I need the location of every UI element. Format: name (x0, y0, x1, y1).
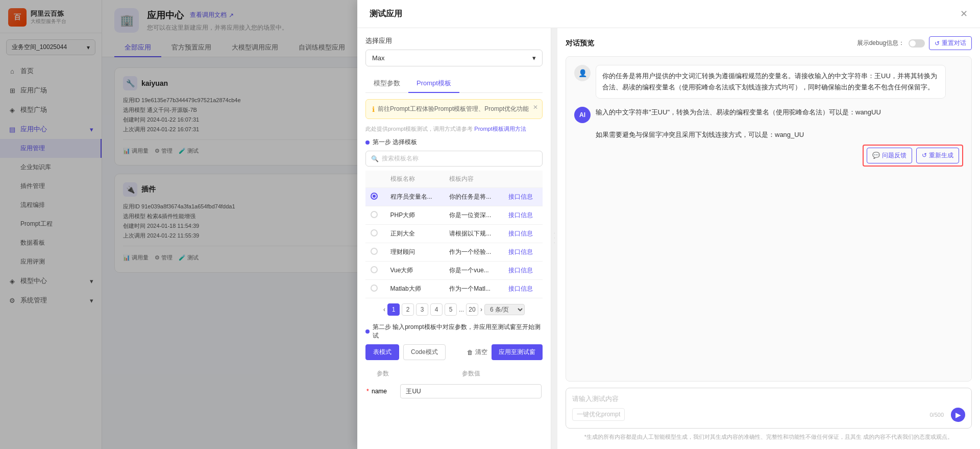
modal-close-button[interactable]: ✕ (960, 8, 968, 19)
required-star: * (366, 388, 369, 395)
user-message-bubble: 你的任务是将用户提供的中文词汇转换为遵循编程规范的变量名。请接收输入的中文字符串… (596, 65, 946, 99)
debug-toggle[interactable] (909, 39, 925, 48)
next-page-icon[interactable]: › (480, 306, 482, 313)
disclaimer-text: *生成的所有内容都是由人工智能模型生成，我们对其生成内容的准确性、完整性和功能性… (566, 433, 972, 441)
pagination: ‹ 1 2 3 4 5 ... 20 › 6 条/页 10 条/页 20 条/页 (365, 303, 543, 316)
clear-params-btn[interactable]: 🗑 清空 (467, 344, 487, 360)
chat-input-area: 请输入测试内容 一键优化prompt 0/500 ▶ (566, 388, 972, 429)
radio-cell-5 (365, 262, 385, 280)
warning-icon: ℹ (372, 105, 375, 113)
col-content: 模板内容 (444, 171, 503, 188)
prev-page-icon[interactable]: ‹ (383, 306, 385, 313)
apply-to-test-btn[interactable]: 应用至测试窗 (492, 344, 543, 360)
modal-tab-model-params[interactable]: 模型参数 (365, 75, 408, 93)
template-radio-6[interactable] (371, 285, 378, 292)
modal-tab-prompt-template[interactable]: Prompt模板 (408, 75, 459, 93)
char-count: 0/500 (929, 412, 944, 418)
template-radio-4[interactable] (371, 248, 378, 255)
page-btn-5[interactable]: 5 (445, 303, 457, 316)
optimize-prompt-btn[interactable]: 一键优化prompt (572, 408, 625, 421)
template-search-row: 🔍 搜索模板名称 (365, 151, 543, 167)
table-row[interactable]: 程序员变量名... 你的任务是将... 接口信息 (365, 188, 543, 206)
template-name-1: 程序员变量名... (385, 188, 445, 206)
reset-dialog-btn[interactable]: ↺ 重置对话 (929, 36, 972, 50)
regenerate-btn[interactable]: ↺ 重新生成 (916, 148, 959, 163)
table-row[interactable]: Vue大师 你是一个vue... 接口信息 (365, 262, 543, 280)
divider-dots: · · · (552, 232, 557, 245)
page-btn-20[interactable]: 20 (466, 303, 478, 316)
table-row[interactable]: 正则大全 请根据以下规... 接口信息 (365, 225, 543, 243)
app-selector-dropdown[interactable]: Max ▾ (365, 50, 543, 66)
chat-actions-box: 💬 问题反馈 ↺ 重新生成 (863, 145, 963, 166)
template-table: 模板名称 模板内容 程序员变量名... 你的任务是将... 接口信息 (365, 171, 543, 298)
col-radio (365, 171, 385, 188)
feedback-btn[interactable]: 💬 问题反馈 (867, 148, 912, 163)
table-row[interactable]: Matlab大师 作为一个Matl... 接口信息 (365, 280, 543, 298)
page-ellipsis: ... (459, 306, 464, 313)
page-btn-4[interactable]: 4 (430, 303, 443, 316)
template-name-4: 理财顾问 (385, 243, 445, 262)
template-radio-3[interactable] (371, 229, 378, 237)
param-value-cell (400, 381, 542, 401)
debug-label: 展示debug信息： (857, 39, 904, 48)
template-radio-1[interactable] (371, 193, 378, 200)
col-name: 模板名称 (385, 171, 445, 188)
send-button[interactable]: ▶ (951, 408, 965, 422)
app-selector-chevron-icon: ▾ (532, 54, 536, 62)
disclaimer-content: *生成的所有内容都是由人工智能模型生成，我们对其生成内容的准确性、完整性和功能性… (584, 434, 953, 440)
chat-actions-row: 💬 问题反馈 ↺ 重新生成 (596, 145, 963, 166)
template-radio-5[interactable] (371, 266, 378, 273)
page-size-selector[interactable]: 6 条/页 10 条/页 20 条/页 (484, 304, 525, 315)
preview-header: 对话预览 展示debug信息： ↺ 重置对话 (566, 36, 972, 50)
interface-link-5[interactable]: 接口信息 (508, 267, 533, 274)
search-icon: 🔍 (371, 155, 379, 162)
table-row[interactable]: PHP大师 你是一位资深... 接口信息 (365, 206, 543, 225)
template-radio-2[interactable] (371, 211, 378, 218)
template-content-3: 请根据以下规... (444, 225, 503, 243)
interface-link-3[interactable]: 接口信息 (508, 230, 533, 237)
template-content-4: 作为一个经验... (444, 243, 503, 262)
interface-link-6[interactable]: 接口信息 (508, 285, 533, 292)
template-name-2: PHP大师 (385, 206, 445, 225)
radio-cell-4 (365, 243, 385, 262)
step2-text: 第二步 输入prompt模板中对应参数，并应用至测试窗至开始测试 (373, 323, 543, 340)
table-row[interactable]: 理财顾问 作为一个经验... 接口信息 (365, 243, 543, 262)
template-content-6: 作为一个Matl... (444, 280, 503, 298)
template-link-5: 接口信息 (503, 262, 543, 280)
table-mode-btn[interactable]: 表模式 (365, 344, 399, 360)
reset-label: 重置对话 (942, 39, 966, 48)
interface-link-4[interactable]: 接口信息 (508, 248, 533, 255)
chat-input-footer: 一键优化prompt 0/500 ▶ (572, 408, 965, 422)
param-name-input[interactable] (400, 384, 542, 398)
code-mode-btn[interactable]: Code模式 (403, 344, 446, 360)
radio-cell-2 (365, 206, 385, 225)
feedback-icon: 💬 (872, 150, 880, 160)
step2-label: 第二步 输入prompt模板中对应参数，并应用至测试窗至开始测试 (365, 323, 543, 340)
interface-link-2[interactable]: 接口信息 (508, 211, 533, 219)
step2-mode-row: 表模式 Code模式 🗑 清空 应用至测试窗 (365, 344, 543, 360)
test-modal-header: 测试应用 ✕ (357, 0, 980, 28)
preview-title: 对话预览 (566, 39, 594, 48)
clear-icon: 🗑 (467, 349, 473, 356)
step2-dot (365, 329, 370, 334)
page-btn-1[interactable]: 1 (387, 303, 400, 316)
ai-avatar: AI (574, 107, 591, 123)
param-name-cell: * name (366, 381, 399, 401)
page-btn-2[interactable]: 2 (402, 303, 414, 316)
template-table-header: 模板名称 模板内容 (365, 171, 543, 188)
info-banner-close-button[interactable]: ✕ (533, 104, 538, 111)
param-row-name: * name (366, 381, 542, 401)
info-banner-text: 前往Prompt工程体验Prompt模板管理、Prompt优化功能 (378, 105, 529, 112)
regenerate-icon: ↺ (922, 150, 927, 160)
info-banner: ℹ 前往Prompt工程体验Prompt模板管理、Prompt优化功能 ✕ (365, 99, 543, 119)
interface-link-1[interactable]: 接口信息 (508, 193, 533, 200)
user-message-text: 你的任务是将用户提供的中文词汇转换为遵循编程规范的变量名。请接收输入的中文字符串… (602, 72, 937, 91)
modal-right-panel: 对话预览 展示debug信息： ↺ 重置对话 👤 (557, 28, 980, 449)
ai-message-prefix: 输入的中文字符串"王UU"，转换为合法、易读的编程变量名（使用驼峰命名法）可以是… (596, 108, 881, 116)
debug-row: 展示debug信息： ↺ 重置对话 (857, 36, 972, 50)
param-name-label: name (372, 388, 387, 395)
page-btn-3[interactable]: 3 (416, 303, 428, 316)
test-modal-title: 测试应用 (370, 9, 402, 19)
selected-app-name: Max (372, 54, 385, 62)
prompt-template-link[interactable]: Prompt模板调用方法 (474, 126, 526, 132)
